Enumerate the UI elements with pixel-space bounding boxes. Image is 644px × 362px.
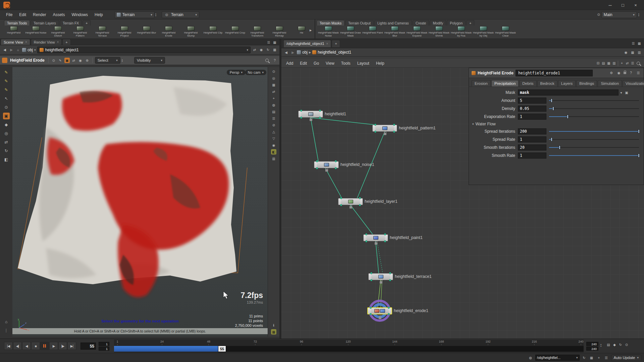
radial-menu-selector[interactable]: Main ▾ (601, 11, 637, 18)
node-connector[interactable] (365, 233, 367, 235)
tree-view-icon[interactable]: ⊟ (595, 61, 601, 66)
node-connector[interactable] (300, 117, 302, 119)
current-frame-field[interactable]: 55 (80, 343, 96, 350)
node-connector[interactable] (388, 307, 390, 309)
gear-icon[interactable]: ⚙ (609, 70, 614, 76)
chevron-down-icon[interactable]: ▾ (34, 48, 36, 52)
help-icon[interactable]: ? (272, 58, 277, 63)
shelf-tab-modify[interactable]: Modify (430, 20, 446, 25)
snapshot-icon[interactable]: ▦ (271, 329, 276, 335)
more-tools-icon[interactable]: ⋮ (3, 327, 10, 334)
range-end-field[interactable]: 240 (586, 342, 598, 346)
back-icon[interactable]: ◀ (2, 47, 7, 53)
shelf-tool-heightfield-slump[interactable]: HeightField Slump (180, 25, 202, 37)
home-view-icon[interactable]: ⌂ (3, 318, 10, 325)
swap-icon[interactable]: ⇄ (71, 58, 76, 63)
close-button[interactable]: × (630, 1, 641, 9)
prev-keyframe-button[interactable]: ◀| (13, 342, 22, 350)
shelf-set-selector[interactable]: ◎ Terrain ▾ (162, 11, 199, 18)
density-slider[interactable] (549, 106, 640, 112)
node-connector[interactable] (374, 131, 376, 133)
projection-dropdown[interactable]: Persp▾ (227, 70, 246, 75)
desktop-selector[interactable]: Terrain ▾ (114, 11, 155, 18)
columns-view-icon[interactable]: ▥ (611, 61, 617, 66)
pane-layout-icon[interactable]: ▦ (272, 40, 277, 45)
hide-icon[interactable]: ⊘ (271, 122, 276, 128)
lasso-icon[interactable]: ⊙ (3, 104, 10, 111)
refresh-icon[interactable]: ↻ (582, 355, 587, 360)
spread-iterations-input[interactable]: 200 (518, 128, 546, 134)
list-view-icon[interactable]: ▤ (601, 61, 606, 66)
select-arrow-icon[interactable]: ↖ (3, 95, 10, 102)
radial-menu-icon[interactable]: ⊙ (596, 12, 601, 17)
points-display-icon[interactable]: ◉ (271, 142, 276, 148)
keyframe-icon[interactable]: ◆ (612, 342, 617, 347)
shelf-tool-mask-noise[interactable]: HeightField Mask Noise (317, 25, 339, 37)
info-icon[interactable]: ℹ (271, 322, 276, 328)
scene-path-field[interactable]: heightfield_object1 ▾ (37, 47, 251, 53)
network-status-icon[interactable]: ◍ (528, 355, 533, 360)
shelf-tool-paint[interactable]: HeightField Paint (362, 25, 384, 37)
camera-dropdown[interactable]: No cam▾ (245, 70, 266, 75)
add-node-icon[interactable]: + (619, 61, 625, 66)
tab-erosion[interactable]: Erosion (472, 80, 491, 86)
amount-slider[interactable] (549, 98, 640, 104)
node-connector[interactable] (384, 240, 386, 242)
pane-layout-icon[interactable]: ▦ (637, 41, 642, 46)
columns-icon[interactable]: ▥ (637, 50, 642, 55)
node-heightfield1[interactable] (298, 111, 323, 118)
spread-rate-slider[interactable] (549, 136, 640, 142)
tab-precipitation[interactable]: Precipitation (491, 80, 519, 86)
node-connector[interactable] (384, 233, 386, 235)
mask-dropdown-icon[interactable]: ▾ (619, 90, 624, 95)
path-home-icon[interactable]: ⌂ (15, 47, 21, 53)
shelf-add-tab-button[interactable]: + (466, 20, 474, 25)
visualizer-icon[interactable]: ◧ (271, 149, 276, 155)
shelf-overflow-icon[interactable]: ▶ (308, 27, 313, 33)
shelf-tool-heightfield-crop[interactable]: HeightField Crop (224, 25, 246, 37)
density-input[interactable]: 0.05 (518, 106, 546, 112)
desktop-spinner[interactable]: ▴▾ (155, 13, 156, 16)
network-menu-add[interactable]: Add (283, 60, 297, 67)
mask-input[interactable]: mask (518, 89, 619, 96)
node-heightfield-pattern1[interactable] (372, 125, 397, 132)
node-connector[interactable] (319, 110, 321, 112)
shelf-tab-terrain-fx[interactable]: Terrain FX (60, 20, 82, 25)
shelf-tab-terrain-layers[interactable]: Terrain Layers (31, 20, 59, 25)
link-view-icon[interactable]: ⇄ (271, 89, 276, 94)
shade-icon[interactable]: ▥ (271, 156, 276, 161)
network-menu-tools[interactable]: Tools (338, 60, 354, 67)
menu-assets[interactable]: Assets (49, 11, 68, 18)
play-reverse-button[interactable]: ◀ (22, 342, 31, 350)
node-connector[interactable] (316, 160, 318, 162)
node-name-field[interactable]: heightfield_erode1 (516, 70, 593, 76)
pin-icon[interactable]: ◉ (259, 47, 264, 53)
shelf-tool-heightfield-erode[interactable]: HeightField Erode (158, 25, 180, 37)
shelf-tool-draw-mask[interactable]: HeightField Draw Mask (339, 25, 362, 37)
shelf-tool-heightfield-terrace[interactable]: HeightField Terrace (91, 25, 113, 37)
shelf-tab-terrain-masks[interactable]: Terrain Masks (317, 20, 344, 25)
node-connector[interactable] (359, 197, 361, 199)
network-menu-edit[interactable]: Edit (297, 60, 310, 67)
shelf-tool-mask-clear[interactable]: HeightField Mask Clear (494, 25, 517, 37)
menu-edit[interactable]: Edit (16, 11, 30, 18)
auto-update-dropdown[interactable]: Auto Update ▾ (611, 355, 641, 361)
grid-icon[interactable]: ▦ (589, 355, 594, 360)
visibility-dropdown[interactable]: Visibility ▾ (134, 57, 165, 64)
tab-scene-view[interactable]: Scene View× (1, 39, 30, 45)
tab-simulation[interactable]: Simulation (598, 80, 622, 86)
camera-icon[interactable]: ◎ (271, 75, 276, 81)
shelf-tab-create[interactable]: Create (413, 20, 429, 25)
add-mode-icon[interactable]: ⊕ (85, 58, 90, 63)
tab-render-view[interactable]: Render View× (31, 39, 62, 45)
dopesheet-icon[interactable]: ▤ (606, 342, 611, 347)
grid-icon[interactable]: ▦ (630, 50, 635, 55)
panel-menu-icon[interactable]: ☰ (636, 70, 641, 76)
path-root[interactable]: obj (302, 50, 308, 55)
shelf-tool-heightfield-distort[interactable]: HeightField Distort (47, 25, 69, 37)
brush-icon[interactable]: ✎ (58, 58, 63, 63)
network-menu-go[interactable]: Go (310, 60, 322, 67)
tab-network-path[interactable]: /obj/heightfield_object1 × (283, 40, 331, 47)
evaporation-slider[interactable] (549, 114, 640, 120)
paint-mode-icon[interactable]: ▣ (64, 58, 70, 63)
